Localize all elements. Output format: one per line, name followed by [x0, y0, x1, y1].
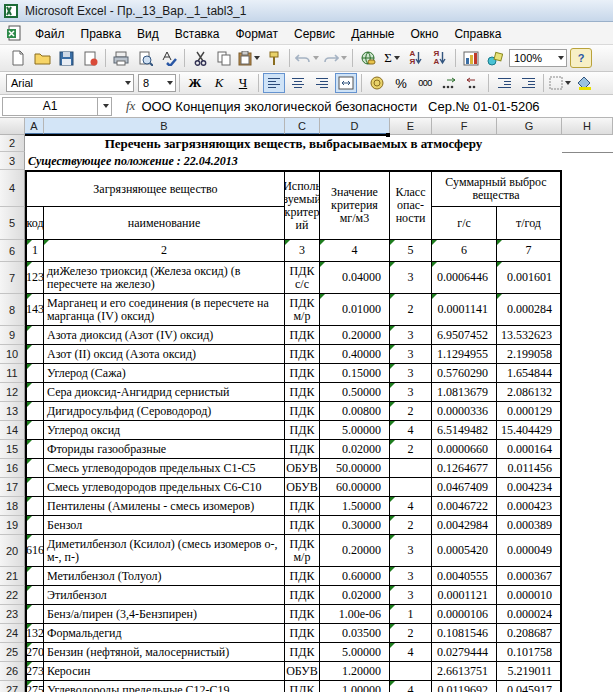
cell-val[interactable]: 0.04000: [320, 262, 390, 294]
cell-h[interactable]: [562, 535, 613, 567]
cell-ty[interactable]: 0.208687: [497, 624, 562, 643]
cell-crit[interactable]: ПДК: [285, 643, 320, 662]
cell-crit[interactable]: ОБУВ: [285, 478, 320, 497]
menu-item[interactable]: Вставка: [167, 24, 228, 44]
column-number-cell[interactable]: 2: [44, 240, 285, 262]
cell-gs[interactable]: 0.0040555: [432, 567, 497, 586]
autosum-dropdown[interactable]: [394, 56, 400, 60]
cell-h[interactable]: [562, 383, 613, 402]
cell-cls[interactable]: 2: [390, 516, 432, 535]
cell-val[interactable]: 5.00000: [320, 643, 390, 662]
cell-ty[interactable]: 0.000164: [497, 440, 562, 459]
row-header-18[interactable]: 18: [0, 497, 25, 516]
cell-h[interactable]: [562, 459, 613, 478]
cell-name[interactable]: Диметилбензол (Ксилол) (смесь изомеров о…: [44, 535, 285, 567]
cell-h[interactable]: [562, 586, 613, 605]
cell-name[interactable]: Бензин (нефтяной, малосернистый): [44, 643, 285, 662]
cell-val[interactable]: 0.02000: [320, 440, 390, 459]
row-header-15[interactable]: 15: [0, 440, 25, 459]
row-header-10[interactable]: 10: [0, 345, 25, 364]
row-header-24[interactable]: 24: [0, 624, 25, 643]
cell-code[interactable]: 275: [25, 681, 44, 692]
cell-h[interactable]: [562, 478, 613, 497]
cell-val[interactable]: 50.00000: [320, 459, 390, 478]
cell-cls[interactable]: 3: [390, 262, 432, 294]
cell-name[interactable]: Этилбензол: [44, 586, 285, 605]
font-name-combobox[interactable]: Arial: [6, 74, 134, 92]
row-header-14[interactable]: 14: [0, 421, 25, 440]
cell-val[interactable]: 0.03500: [320, 624, 390, 643]
cell-crit[interactable]: ПДК: [285, 605, 320, 624]
cell-h6[interactable]: [562, 240, 613, 262]
bold-button[interactable]: Ж: [184, 73, 206, 93]
cell-h[interactable]: [562, 624, 613, 643]
cell-h[interactable]: [562, 402, 613, 421]
cell-h[interactable]: [562, 262, 613, 294]
cell-name[interactable]: Сера диоксид-Ангидрид сернистый: [44, 383, 285, 402]
cell-name[interactable]: Марганец и его соединения (в пересчете н…: [44, 294, 285, 326]
menu-item[interactable]: Окно: [402, 24, 446, 44]
cell-ty[interactable]: 0.011456: [497, 459, 562, 478]
header-name[interactable]: наименование: [44, 207, 285, 240]
cell-crit[interactable]: ПДК: [285, 345, 320, 364]
cell-h[interactable]: [562, 364, 613, 383]
cell-gs[interactable]: 0.1264677: [432, 459, 497, 478]
column-number-cell[interactable]: 5: [390, 240, 432, 262]
borders-button[interactable]: [548, 73, 572, 93]
cell-cls[interactable]: 4: [390, 681, 432, 692]
cell-ty[interactable]: 15.404429: [497, 421, 562, 440]
column-number-cell[interactable]: 3: [285, 240, 320, 262]
cell-code[interactable]: [25, 478, 44, 497]
menu-item[interactable]: Справка: [446, 24, 509, 44]
name-box[interactable]: A1: [2, 97, 98, 116]
cell-val[interactable]: 1.00000: [320, 681, 390, 692]
cell-gs[interactable]: 0.0042984: [432, 516, 497, 535]
cell-ty[interactable]: 0.000423: [497, 497, 562, 516]
cell-code[interactable]: [25, 497, 44, 516]
row-header-4[interactable]: 4: [0, 170, 25, 207]
increase-decimal-button[interactable]: [438, 73, 460, 93]
selection-fill-handle[interactable]: [386, 133, 390, 137]
column-header-A[interactable]: A: [25, 118, 44, 135]
row-header-7[interactable]: 7: [0, 262, 25, 294]
cell-crit[interactable]: ОБУВ: [285, 662, 320, 681]
cell-crit[interactable]: ОБУВ: [285, 459, 320, 478]
row-header-8[interactable]: 8: [0, 294, 25, 326]
row-header-12[interactable]: 12: [0, 383, 25, 402]
cell-val[interactable]: 0.40000: [320, 345, 390, 364]
row-header-20[interactable]: 20: [0, 535, 25, 567]
merge-center-button[interactable]: [335, 73, 357, 93]
cell-ty[interactable]: 13.532623: [497, 326, 562, 345]
cell-ty[interactable]: 2.086132: [497, 383, 562, 402]
column-header-F[interactable]: F: [432, 118, 497, 135]
cell-name[interactable]: Углерод оксид: [44, 421, 285, 440]
cell-code[interactable]: [25, 605, 44, 624]
cell-crit[interactable]: ПДК: [285, 364, 320, 383]
row-header-5[interactable]: 5: [0, 207, 25, 240]
cell-val[interactable]: 0.30000: [320, 516, 390, 535]
cell-name[interactable]: Керосин: [44, 662, 285, 681]
cell-gs[interactable]: 0.0119692: [432, 681, 497, 692]
row-header-3[interactable]: 3: [0, 152, 25, 170]
cell-cls[interactable]: 2: [390, 440, 432, 459]
row-header-21[interactable]: 21: [0, 567, 25, 586]
row-header-27[interactable]: 27: [0, 681, 25, 692]
cell-name[interactable]: Смесь углеводородов предельных С1-С5: [44, 459, 285, 478]
cell-gs[interactable]: 1.1294955: [432, 345, 497, 364]
fill-color-button[interactable]: [574, 73, 596, 93]
cell-crit[interactable]: ПДК с/с: [285, 262, 320, 294]
cell-gs[interactable]: 0.0005420: [432, 535, 497, 567]
cell-gs[interactable]: 0.0000336: [432, 402, 497, 421]
cell-val[interactable]: 0.60000: [320, 567, 390, 586]
column-header-G[interactable]: G: [497, 118, 562, 135]
menu-item[interactable]: Правка: [73, 24, 130, 44]
format-painter-icon[interactable]: [263, 48, 285, 68]
header-total-emission[interactable]: Суммарный выброс вещества: [432, 170, 562, 207]
cell-gs[interactable]: 0.0006446: [432, 262, 497, 294]
cell-name[interactable]: диЖелезо триоксид (Железа оксид) (в пере…: [44, 262, 285, 294]
paste-dropdown[interactable]: [254, 56, 260, 60]
cell-val[interactable]: 0.20000: [320, 326, 390, 345]
cell-val[interactable]: 1.20000: [320, 662, 390, 681]
cell-name[interactable]: Углерод (Сажа): [44, 364, 285, 383]
borders-dropdown[interactable]: [565, 81, 571, 85]
